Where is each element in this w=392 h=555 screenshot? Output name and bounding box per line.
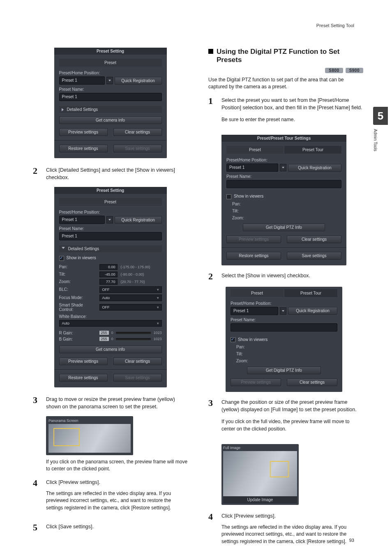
save-settings-button[interactable]: Save settings [113, 374, 162, 382]
step-text: Click [Save settings]. [46, 523, 188, 530]
step-number: 5 [33, 523, 40, 532]
full-image-caption: Full Image [223, 446, 297, 450]
tab-preset[interactable]: Preset [231, 289, 284, 297]
pill-s900: S900 [346, 68, 363, 73]
get-digital-ptz-button[interactable]: Get Digital PTZ Info [247, 366, 321, 374]
detailed-settings-toggle[interactable]: Detailed Settings [59, 106, 162, 113]
clear-settings-button[interactable]: Clear settings [287, 235, 341, 243]
clear-settings-button[interactable]: Clear settings [113, 357, 162, 365]
ssc-row: Smart Shade Control:OFF▾ [59, 303, 162, 312]
r-gain-slider[interactable]: 255 0 1023 [99, 331, 162, 335]
show-in-viewers-checkbox[interactable] [59, 256, 64, 261]
pan-label: Pan: [232, 202, 341, 206]
get-camera-info-button[interactable]: Get camera info [59, 345, 162, 353]
panorama-screenshot: Panorama Screen [46, 416, 133, 455]
panorama-note: If you click on the panorama screen, the… [46, 458, 188, 473]
tilt-label: Tilt: [236, 352, 337, 356]
quick-registration-button[interactable]: Quick Registration [288, 307, 337, 315]
tab-preset-tour[interactable]: Preset Tour [284, 146, 341, 154]
pan-row: Pan:0.00(-175.00 - 175.00) [59, 264, 162, 270]
section-intro: Use the Digital PTZ function to set part… [208, 76, 363, 91]
wb-select[interactable]: Auto▾ [59, 320, 162, 327]
quick-registration-button[interactable]: Quick Registration [288, 164, 341, 172]
preset-name-input[interactable]: Preset 1 [59, 232, 162, 240]
zoom-value[interactable]: 77.70 [99, 279, 118, 285]
quick-registration-button[interactable]: Quick Registration [115, 216, 162, 224]
step-2: 2 Select the [Show in viewers] checkbox. [208, 272, 363, 281]
step-4: 4 Click [Preview settings]. The settings… [33, 479, 188, 517]
restore-settings-button[interactable]: Restore settings [59, 374, 108, 382]
step-number: 3 [208, 398, 216, 408]
clear-settings-button[interactable]: Clear settings [287, 378, 337, 386]
step-number: 1 [208, 97, 216, 106]
panorama-caption: Panorama Screen [48, 419, 131, 423]
step-4: 4 Click [Preview settings]. The settings… [208, 512, 363, 551]
show-in-viewers-label: Show in viewers [238, 337, 267, 342]
chevron-right-icon [62, 108, 64, 111]
r-gain-label: R Gain: [59, 331, 96, 335]
step-text: Drag to move or resize the preset previe… [46, 396, 188, 410]
preset-home-select[interactable]: Preset 1 [59, 76, 105, 85]
preset-tour-panel-1: Preset/Preset Tour Settings Preset Prese… [221, 135, 346, 265]
chevron-down-icon[interactable] [106, 216, 113, 223]
clear-settings-button[interactable]: Clear settings [113, 128, 162, 136]
page-header: Preset Setting Tool [316, 23, 354, 28]
preset-home-select[interactable]: Preset 1 [59, 216, 105, 224]
r-gain-max: 1023 [153, 331, 161, 335]
focus-row: Focus Mode:Auto▾ [59, 295, 162, 301]
preview-settings-button[interactable]: Preview settings [231, 378, 281, 386]
chevron-down-icon: ▾ [157, 321, 159, 325]
r-gain-min: 0 [111, 331, 113, 335]
preset-home-label: Preset/Home Position: [59, 71, 162, 75]
preview-settings-button[interactable]: Preview settings [59, 128, 108, 136]
chevron-down-icon[interactable] [106, 77, 113, 84]
show-in-viewers-checkbox[interactable] [231, 337, 235, 342]
show-in-viewers-checkbox[interactable] [226, 194, 231, 199]
b-gain-slider[interactable]: 255 0 1023 [99, 337, 162, 341]
save-settings-button[interactable]: Save settings [113, 145, 162, 152]
ssc-select[interactable]: OFF▾ [99, 304, 162, 311]
restore-settings-button[interactable]: Restore settings [59, 145, 108, 152]
tab-preset[interactable]: Preset [59, 59, 162, 67]
blc-select[interactable]: OFF▾ [99, 286, 162, 293]
update-image-button[interactable]: Update Image [223, 496, 297, 503]
save-settings-button[interactable]: Save settings [287, 252, 341, 260]
preset-home-label: Preset/Home Position: [231, 301, 337, 306]
zoom-label: Zoom: [59, 279, 96, 284]
preset-tour-panel-2: Preset Preset Tour Preset/Home Position:… [226, 287, 342, 392]
tilt-value[interactable]: -45.00 [99, 272, 118, 277]
tilt-range: (-90.00 - 0.00) [121, 272, 144, 276]
detailed-settings-label: Detailed Settings [68, 246, 99, 251]
focus-select[interactable]: Auto▾ [99, 295, 162, 301]
preset-name-input[interactable]: Preset 1 [59, 93, 162, 101]
restore-settings-button[interactable]: Restore settings [226, 252, 281, 260]
chevron-down-icon[interactable] [280, 164, 286, 171]
preset-home-select[interactable]: Preset 1 [226, 164, 278, 172]
pan-range: (-175.00 - 175.00) [121, 265, 150, 269]
zoom-label: Zoom: [236, 359, 337, 363]
chapter-label: Admin Tools [373, 129, 378, 151]
preset-home-select[interactable]: Preset 1 [231, 307, 278, 315]
preview-settings-button[interactable]: Preview settings [226, 235, 281, 243]
preset-name-input[interactable] [231, 323, 337, 332]
chapter-sidebar: 5 Admin Tools [373, 107, 388, 151]
pan-value[interactable]: 0.00 [99, 264, 118, 270]
panel-title: Preset Setting [54, 48, 167, 55]
get-digital-ptz-button[interactable]: Get Digital PTZ Info [243, 223, 325, 231]
right-column: Using the Digital PTZ Function to Set Pr… [208, 48, 363, 555]
chevron-down-icon: ▾ [157, 305, 159, 309]
blc-label: BLC: [59, 287, 96, 292]
get-camera-info-button[interactable]: Get camera info [59, 116, 162, 124]
tab-preset[interactable]: Preset [59, 198, 162, 206]
chevron-down-icon[interactable] [280, 307, 286, 315]
full-image-screenshot: Full Image Update Image [221, 444, 299, 505]
pill-s800: S800 [325, 68, 343, 73]
preset-name-input[interactable] [226, 180, 341, 188]
tab-preset[interactable]: Preset [226, 146, 284, 154]
detailed-settings-toggle[interactable]: Detailed Settings [59, 245, 162, 252]
preview-settings-button[interactable]: Preview settings [59, 357, 108, 365]
preset-name-label: Preset Name: [59, 87, 162, 92]
b-gain-max: 1023 [153, 337, 161, 341]
tab-preset-tour[interactable]: Preset Tour [284, 289, 337, 297]
quick-registration-button[interactable]: Quick Registration [115, 77, 162, 85]
